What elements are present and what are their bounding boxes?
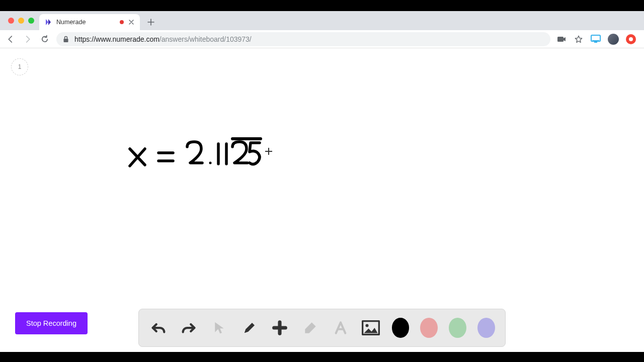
address-bar[interactable]: https://www.numerade.com/answers/whitebo… — [56, 32, 550, 46]
undo-button[interactable] — [149, 317, 168, 339]
svg-rect-3 — [592, 40, 599, 41]
redo-button[interactable] — [179, 317, 198, 339]
extension-monitor-icon[interactable] — [591, 34, 601, 44]
letterbox-top — [0, 0, 644, 11]
svg-point-5 — [629, 37, 633, 41]
new-tab-button[interactable] — [144, 15, 158, 29]
svg-point-8 — [366, 324, 369, 327]
nav-reload-button[interactable] — [39, 34, 50, 45]
image-tool-button[interactable] — [361, 317, 380, 339]
lock-icon — [62, 36, 69, 43]
shape-tool-button[interactable] — [270, 317, 289, 339]
text-tool-button[interactable] — [331, 317, 350, 339]
handwriting-svg — [0, 48, 644, 352]
window-controls — [5, 11, 39, 30]
url-host: https://www.numerade.com — [74, 35, 159, 43]
stop-recording-button[interactable]: Stop Recording — [15, 312, 88, 334]
bookmark-star-icon[interactable] — [574, 34, 584, 44]
tab-title: Numerade — [56, 19, 116, 26]
tab-favicon — [44, 18, 52, 26]
eraser-tool-button[interactable] — [301, 317, 320, 339]
window-maximize-button[interactable] — [28, 18, 34, 24]
recording-indicator-icon — [120, 20, 124, 24]
browser-window: Numerade https://www.numerade.com/answer… — [0, 11, 644, 352]
tab-strip: Numerade — [0, 11, 644, 30]
svg-rect-1 — [557, 37, 564, 42]
extension-badge-icon[interactable] — [626, 34, 636, 44]
nav-forward-button[interactable] — [22, 34, 33, 45]
nav-back-button[interactable] — [5, 34, 16, 45]
color-swatch-purple[interactable] — [477, 318, 495, 338]
tab-close-button[interactable] — [128, 19, 135, 26]
url-text: https://www.numerade.com/answers/whitebo… — [74, 35, 544, 43]
camera-icon[interactable] — [556, 34, 567, 44]
window-close-button[interactable] — [8, 18, 14, 24]
whiteboard-canvas[interactable] — [0, 48, 644, 352]
svg-point-6 — [209, 162, 212, 164]
color-swatch-pink[interactable] — [420, 318, 438, 338]
window-minimize-button[interactable] — [18, 18, 24, 24]
pointer-tool-button[interactable] — [210, 317, 229, 339]
color-swatch-black[interactable] — [392, 318, 410, 338]
letterbox-bottom — [0, 352, 644, 362]
pen-tool-button[interactable] — [240, 317, 259, 339]
browser-toolbar: https://www.numerade.com/answers/whitebo… — [0, 30, 644, 48]
tool-palette — [138, 309, 506, 347]
profile-avatar[interactable] — [608, 34, 619, 45]
browser-tab[interactable]: Numerade — [39, 14, 140, 30]
svg-rect-4 — [594, 42, 597, 43]
svg-rect-0 — [64, 39, 68, 42]
page-content: 1 — [0, 48, 644, 352]
url-path: /answers/whiteboard/103973/ — [159, 35, 252, 43]
color-swatch-green[interactable] — [449, 318, 466, 338]
toolbar-right — [556, 34, 639, 45]
